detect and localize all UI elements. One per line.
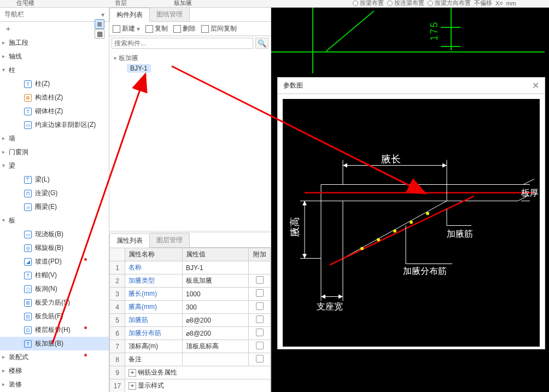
- tree-item[interactable]: ◻板洞(N): [0, 282, 109, 296]
- tab-components[interactable]: 构件列表: [109, 8, 150, 22]
- append-checkbox[interactable]: [256, 289, 264, 297]
- append-checkbox[interactable]: [256, 329, 264, 336]
- new-button[interactable]: 新建▾: [113, 24, 140, 33]
- new-icon: [113, 25, 120, 33]
- floorcopy-button[interactable]: 层间复制: [201, 24, 237, 33]
- opt-1[interactable]: 按梁布置: [353, 0, 384, 7]
- dim-175: 175: [429, 21, 440, 40]
- tree-item-icon: ◎: [24, 244, 32, 252]
- tree-item-label: 柱(Z): [35, 79, 50, 89]
- param-header: 参数图 ✕: [278, 78, 545, 94]
- table-row[interactable]: 3腋长(mm)1000: [110, 288, 271, 301]
- append-checkbox[interactable]: [256, 342, 264, 349]
- tree-group[interactable]: ▸墙: [0, 132, 109, 145]
- nav-tree: ▸施工段▸轴线▾柱T柱(Z)✿构造柱(Z)T砌体柱(Z)▭约束边缘非阴影区(Z)…: [0, 36, 109, 392]
- tree-item[interactable]: ◎螺旋板(B): [0, 241, 109, 255]
- tree-item-icon: ◢: [24, 258, 32, 266]
- tree-item[interactable]: П连梁(G): [0, 186, 109, 200]
- tree-group[interactable]: ▸施工段: [0, 36, 109, 50]
- opt-2[interactable]: 按连梁布置: [387, 0, 424, 7]
- delete-icon: [173, 25, 181, 33]
- close-icon[interactable]: ✕: [532, 80, 539, 91]
- tree-group[interactable]: ▾梁: [0, 159, 109, 173]
- table-row[interactable]: 8备注: [110, 353, 271, 366]
- tab-drawings[interactable]: 图纸管理: [149, 7, 190, 21]
- table-row[interactable]: 7顶标高(m)顶板底标高: [110, 340, 271, 353]
- append-checkbox[interactable]: [256, 302, 264, 310]
- tree-item[interactable]: T柱(Z): [0, 77, 109, 91]
- tree-item[interactable]: ▭约束边缘非阴影区(Z): [0, 118, 109, 132]
- tree-item[interactable]: ▱圈梁(E): [0, 200, 109, 214]
- lbl-jiayejin: 加腋筋: [447, 229, 473, 238]
- tree-group[interactable]: ▸轴线: [0, 50, 109, 63]
- search-button[interactable]: 🔍: [255, 38, 268, 49]
- table-row[interactable]: 17+ 显示样式: [110, 379, 271, 393]
- diagram-svg: 腋长 板厚 腋高 加腋筋 加腋分布筋 支座宽: [283, 99, 540, 347]
- opt-4[interactable]: 不偏移: [474, 0, 492, 7]
- svg-marker-18: [343, 163, 347, 168]
- copy-icon: [145, 25, 153, 33]
- tree-item[interactable]: ⊞板受力筋(S): [0, 296, 109, 309]
- lbl-zhizuo: 支座宽: [317, 302, 343, 311]
- tree-item[interactable]: 〒梁(L): [0, 173, 109, 186]
- nav-sidebar: 导航栏 ▾ ＋ ≣ ▦ ▸施工段▸轴线▾柱T柱(Z)✿构造柱(Z)T砌体柱(Z)…: [0, 8, 109, 392]
- svg-marker-24: [302, 254, 307, 259]
- component-item-bjy1[interactable]: BJY-1: [127, 64, 151, 73]
- tree-item[interactable]: ✿构造柱(Z): [0, 91, 109, 104]
- tree-item-label: 楼层板带(H): [35, 325, 71, 335]
- sidebar-title: 导航栏: [4, 10, 24, 19]
- table-row[interactable]: 5加腋筋⌀8@200: [110, 314, 271, 327]
- tree-item-label: 梁(L): [35, 175, 50, 184]
- lbl-yechang: 腋长: [381, 154, 401, 165]
- tree-item[interactable]: ▭现浇板(B): [0, 227, 109, 241]
- prop-head-row: 属性名称 属性值 附加: [110, 248, 271, 261]
- tree-item-icon: ⊞: [24, 299, 32, 307]
- tree-group[interactable]: ▸门窗洞: [0, 145, 109, 159]
- table-row[interactable]: 1名称BJY-1: [110, 261, 271, 274]
- tree-group[interactable]: ▸装配式: [0, 350, 109, 364]
- delete-button[interactable]: 删除: [173, 24, 196, 33]
- append-checkbox[interactable]: [256, 315, 264, 323]
- opt-3[interactable]: 按梁方向布置: [428, 0, 471, 7]
- tab-layers[interactable]: 图层管理: [149, 233, 190, 247]
- sidebar-pin-icon[interactable]: ▾: [101, 11, 104, 19]
- top-right-options: 按梁布置 按连梁布置 按梁方向布置 不偏移 X= mm: [353, 0, 516, 7]
- tree-item-label: 砌体柱(Z): [35, 107, 63, 116]
- tb-field2: 首层: [115, 0, 127, 7]
- tree-item-label: 构造柱(Z): [35, 93, 63, 102]
- expander-icon[interactable]: +: [129, 369, 136, 377]
- tab-properties[interactable]: 属性列表: [109, 233, 150, 248]
- tree-item-icon: ◻: [24, 285, 32, 293]
- svg-point-11: [377, 238, 380, 242]
- tree-item[interactable]: ⊟板负筋(F): [0, 309, 109, 323]
- floorcopy-icon: [201, 25, 209, 33]
- view-list-icon[interactable]: ≣: [95, 19, 104, 29]
- expander-icon[interactable]: +: [129, 382, 136, 390]
- tree-item-label: 现浇板(B): [35, 230, 63, 239]
- component-list: ▾板加腋 BJY-1: [109, 50, 271, 231]
- append-checkbox[interactable]: [256, 276, 264, 284]
- cad-diag-line: [326, 11, 375, 52]
- tree-item[interactable]: T柱帽(V): [0, 268, 109, 282]
- tree-item[interactable]: ⊡楼层板带(H): [0, 323, 109, 337]
- tree-item[interactable]: ◢坡道(PD): [0, 255, 109, 268]
- tree-group[interactable]: ▸楼梯: [0, 364, 109, 378]
- component-group[interactable]: ▾板加腋: [114, 52, 266, 64]
- table-row[interactable]: 9+ 钢筋业务属性: [110, 366, 271, 379]
- tree-item[interactable]: T砌体柱(Z): [0, 104, 109, 118]
- tree-item-label: 板受力筋(S): [35, 298, 70, 307]
- table-row[interactable]: 6加腋分布筋⌀8@200: [110, 327, 271, 340]
- tree-item-icon: T: [24, 108, 32, 115]
- append-checkbox[interactable]: [256, 355, 264, 362]
- add-icon[interactable]: ＋: [4, 24, 12, 34]
- tree-group[interactable]: ▾柱: [0, 63, 109, 77]
- tree-group[interactable]: ▸装修: [0, 378, 109, 391]
- tree-group[interactable]: ▾板: [0, 214, 109, 227]
- table-row[interactable]: 4腋高(mm)300: [110, 301, 271, 314]
- tree-item[interactable]: T板加腋(B): [0, 337, 109, 350]
- search-input[interactable]: [112, 38, 253, 49]
- table-row[interactable]: 2加腋类型板底加腋: [110, 274, 271, 288]
- tree-item-icon: T: [24, 272, 32, 279]
- tb-field1: 住宅楼: [16, 0, 34, 7]
- copy-button[interactable]: 复制: [145, 24, 168, 33]
